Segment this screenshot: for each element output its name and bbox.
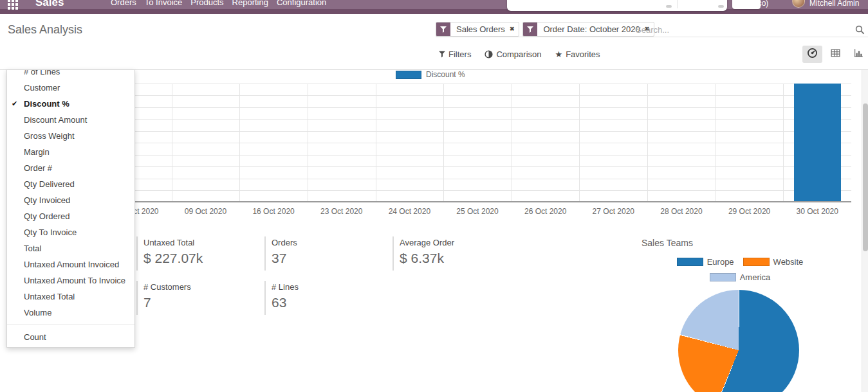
legend-label: Europe	[707, 257, 734, 267]
search-input[interactable]: Search...	[636, 25, 669, 35]
kpi-tile: Untaxed Total $ 227.07k	[136, 236, 263, 271]
measure-menu-item[interactable]: ✔ Order #	[7, 160, 134, 176]
bar-chart-icon	[853, 48, 864, 61]
measure-label: Customer	[24, 83, 60, 93]
measure-menu-item[interactable]: ✔ Customer	[7, 80, 134, 96]
measure-label: Untaxed Amount To Invoice	[24, 276, 125, 285]
measure-menu-item[interactable]: ✔ Untaxed Total	[7, 289, 134, 305]
graph-view-button[interactable]	[849, 46, 868, 63]
filter-funnel-icon	[523, 22, 537, 36]
measure-menu-item[interactable]: ✔ Discount Amount	[7, 112, 134, 128]
measure-menu-item[interactable]: ✔ Total	[7, 240, 134, 256]
legend-item[interactable]: Europe	[677, 257, 734, 267]
comparison-label: Comparison	[496, 49, 541, 59]
measure-label: Qty Invoiced	[24, 195, 70, 205]
measure-menu-item[interactable]: ✔ Qty Ordered	[7, 208, 134, 224]
measure-menu-item[interactable]: ✔ Untaxed Amount To Invoice	[7, 272, 134, 289]
user-name[interactable]: Mitchell Admin	[809, 0, 859, 8]
bar-cell[interactable]	[647, 84, 716, 201]
bar-cell[interactable]	[376, 84, 444, 201]
bar-series	[104, 84, 851, 201]
kpi-label: Untaxed Total	[143, 236, 263, 247]
vertical-scrollbar-thumb[interactable]	[863, 103, 868, 251]
x-axis-label: 09 Oct 2020	[172, 207, 240, 216]
top-menu-item[interactable]: To Invoice	[145, 0, 183, 7]
top-menu-item[interactable]: Configuration	[277, 0, 326, 7]
check-icon: ✔	[12, 96, 17, 112]
pivot-table-icon	[830, 48, 841, 61]
top-menu-item[interactable]: Orders	[111, 0, 136, 7]
kpi-label: # Lines	[272, 281, 391, 292]
systray-icon-remnant	[718, 5, 724, 8]
measure-label: Discount %	[24, 99, 69, 109]
comparison-button[interactable]: Comparison	[485, 49, 541, 59]
search-facet: Sales Orders ✖	[436, 22, 519, 37]
measure-label: Untaxed Total	[24, 292, 75, 301]
measure-label: Qty To Invoice	[24, 227, 77, 237]
bar-cell[interactable]	[783, 84, 851, 201]
top-menu-item[interactable]: Products	[190, 0, 223, 7]
measure-label: Discount Amount	[24, 115, 87, 125]
search-icon[interactable]	[855, 25, 865, 35]
bar-cell[interactable]	[308, 84, 376, 201]
pivot-view-button[interactable]	[826, 46, 845, 63]
sales-teams-pie-chart[interactable]	[678, 290, 799, 392]
measures-dropdown: ✔ # of Lines ✔ Customer ✔ Discount % ✔ D…	[6, 69, 135, 348]
dashboard-view-button[interactable]	[802, 46, 822, 63]
half-circle-icon	[485, 50, 493, 58]
measure-menu-item[interactable]: ✔ Qty To Invoice	[7, 224, 134, 240]
kpi-tile: Orders 37	[264, 236, 391, 271]
apps-grid-icon[interactable]	[8, 0, 18, 10]
remove-facet-icon[interactable]: ✖	[510, 22, 519, 36]
app-name[interactable]: Sales	[35, 0, 64, 9]
open-systray-dropdown	[507, 0, 727, 11]
legend-item[interactable]: America	[710, 272, 771, 282]
company-name[interactable]: cisco)	[748, 0, 768, 8]
filter-funnel-icon	[436, 22, 450, 36]
bar-cell[interactable]	[172, 84, 240, 201]
facet-label: Sales Orders	[450, 22, 510, 36]
measure-label: Qty Delivered	[24, 179, 75, 189]
view-switcher	[802, 46, 868, 63]
star-icon: ★	[555, 49, 562, 59]
bar-cell[interactable]	[443, 84, 512, 201]
x-axis-label: 29 Oct 2020	[716, 207, 784, 216]
top-menu-item[interactable]: Reporting	[232, 0, 268, 7]
sales-analysis-screen: Sales OrdersTo InvoiceProductsReportingC…	[0, 0, 868, 392]
bar-cell[interactable]	[579, 84, 647, 201]
measure-label: Untaxed Amount Invoiced	[24, 260, 119, 269]
kpi-label: # Customers	[143, 281, 263, 292]
measure-menu-item[interactable]: ✔ Qty Invoiced	[7, 192, 134, 208]
top-menu: OrdersTo InvoiceProductsReportingConfigu…	[111, 0, 326, 7]
bar-cell[interactable]	[512, 84, 580, 201]
legend-label: America	[740, 272, 771, 282]
x-axis-label: 24 Oct 2020	[376, 207, 444, 216]
discount-bar-chart	[104, 84, 851, 202]
x-axis-label: 16 Oct 2020	[239, 207, 308, 216]
menu-divider	[7, 325, 134, 325]
measures-list: ✔ # of Lines ✔ Customer ✔ Discount % ✔ D…	[7, 69, 134, 321]
x-axis-label: 23 Oct 2020	[308, 207, 376, 216]
measure-menu-item[interactable]: ✔ # of Lines	[7, 69, 134, 80]
bar-cell[interactable]	[239, 84, 308, 201]
kpi-label: Orders	[272, 236, 391, 247]
sales-teams-title: Sales Teams	[642, 238, 693, 248]
search-facet: Order Date: October 2020 ✖	[522, 22, 654, 37]
measure-menu-item[interactable]: ✔ Untaxed Amount Invoiced	[7, 256, 134, 272]
measure-menu-item-count[interactable]: Count	[7, 329, 134, 345]
page-title: Sales Analysis	[8, 23, 82, 37]
sales-teams-legend: Europe Website America	[643, 257, 836, 282]
bar-cell[interactable]	[716, 84, 784, 201]
measure-menu-item[interactable]: ✔ Margin	[7, 144, 134, 160]
measure-menu-item[interactable]: ✔ Discount %	[7, 96, 134, 112]
legend-item[interactable]: Website	[743, 257, 804, 267]
vertical-scrollbar-track[interactable]	[862, 70, 868, 392]
measure-menu-item[interactable]: ✔ Qty Delivered	[7, 176, 134, 192]
filters-button[interactable]: Filters	[439, 49, 471, 59]
kpi-tile: Average Order $ 6.37k	[392, 236, 519, 271]
measure-menu-item[interactable]: ✔ Volume	[7, 305, 134, 321]
favorites-button[interactable]: ★ Favorites	[555, 49, 600, 59]
bar[interactable]	[794, 84, 841, 201]
x-axis-label: 25 Oct 2020	[443, 207, 512, 216]
measure-menu-item[interactable]: ✔ Gross Weight	[7, 128, 134, 144]
